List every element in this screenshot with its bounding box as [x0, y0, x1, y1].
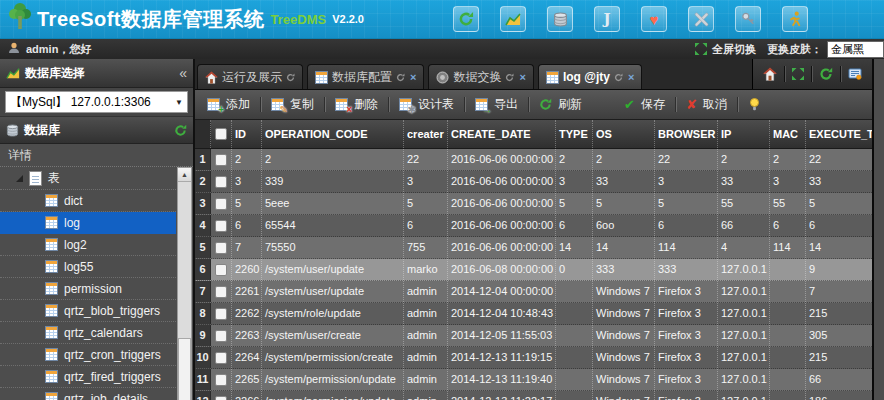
detail-label[interactable]: 详情 [0, 144, 193, 167]
tab-数据库配置[interactable]: 数据库配置 × [307, 64, 424, 89]
cell-exec: 22 [806, 149, 872, 170]
row-checkbox-cell [211, 347, 232, 368]
select-all-checkbox[interactable] [215, 128, 227, 140]
row-checkbox[interactable] [215, 220, 227, 232]
tab-数据交换[interactable]: 数据交换 × [428, 64, 533, 89]
column-header-ID[interactable]: ID [232, 120, 262, 148]
tab-运行及展示[interactable]: 运行及展示 [197, 64, 303, 89]
column-header-OS[interactable]: OS [593, 120, 655, 148]
database-button[interactable] [547, 6, 573, 32]
user-run-button[interactable] [782, 6, 808, 32]
tab-refresh-icon[interactable] [614, 73, 623, 82]
column-header-IP[interactable]: IP [718, 120, 770, 148]
table-row[interactable]: 102264/system/permission/createadmin2014… [195, 347, 872, 369]
cell-date: 2014-12-04 00:00:00 [448, 281, 556, 302]
column-header-MAC[interactable]: MAC [770, 120, 806, 148]
row-checkbox[interactable] [215, 396, 227, 400]
bulb-icon [748, 98, 761, 111]
row-checkbox[interactable] [215, 154, 227, 166]
copy-button[interactable]: ✎复制 [263, 90, 322, 119]
sidebar-table-item[interactable]: dict [0, 190, 176, 212]
column-header-BROWSER[interactable]: BROWSER [655, 120, 718, 148]
sidebar-table-item[interactable]: permission [0, 278, 176, 300]
table-row[interactable]: 62260/system/user/updatemarko2016-06-08 … [195, 259, 872, 281]
cancel-button[interactable]: ✘取消 [678, 90, 735, 119]
row-checkbox[interactable] [215, 308, 227, 320]
right-scroll-strip[interactable] [872, 59, 884, 400]
export-icon: → [475, 98, 488, 111]
row-checkbox[interactable] [215, 264, 227, 276]
chart-button[interactable] [500, 6, 526, 32]
sidebar-table-item[interactable]: qrtz_job_details [0, 388, 176, 400]
refresh-icon [174, 124, 187, 137]
app-window: TreeSoft数据库管理系统 TreeDMS V2.2.0 J♥ admin，… [0, 0, 884, 400]
sidebar-table-item[interactable]: qrtz_blob_triggers [0, 300, 176, 322]
refresh-button[interactable] [812, 59, 840, 89]
sidebar-table-item[interactable]: log [0, 212, 176, 234]
collapse-panel-button[interactable]: « [179, 65, 187, 81]
letter-j-button[interactable]: J [594, 6, 620, 32]
bulb-button[interactable] [740, 90, 769, 119]
row-checkbox[interactable] [215, 374, 227, 386]
table-row[interactable]: 92263/system/user/createadmin2014-12-05 … [195, 325, 872, 347]
tab-refresh-icon[interactable] [505, 73, 514, 82]
list-button[interactable] [841, 59, 869, 89]
key-button[interactable] [735, 6, 761, 32]
column-header-CREATE_DATE[interactable]: CREATE_DATE [448, 120, 556, 148]
home-button[interactable] [756, 59, 784, 89]
connection-select[interactable]: 【MySql】 127.0.0.1:3306 ▼ [5, 91, 188, 113]
design-button[interactable]: ✱设计表 [391, 90, 462, 119]
table-row[interactable]: 82262/system/role/updateadmin2014-12-04 … [195, 303, 872, 325]
column-header-creater[interactable]: creater [404, 120, 448, 148]
export-button[interactable]: →导出 [467, 90, 526, 119]
sidebar: 数据库选择 « 【MySql】 127.0.0.1:3306 ▼ 数据库 详情 [0, 59, 195, 400]
refresh-button[interactable]: 刷新 [531, 90, 590, 119]
tab-refresh-icon[interactable] [286, 73, 295, 82]
sidebar-scrollbar[interactable]: ▲ [177, 167, 192, 400]
scroll-up-button[interactable]: ▲ [178, 168, 191, 182]
table-row[interactable]: 72261/system/user/updateadmin2014-12-04 … [195, 281, 872, 303]
sidebar-table-item[interactable]: log2 [0, 234, 176, 256]
tab-close-icon[interactable]: × [519, 71, 525, 83]
column-header-EXECUTE_TIM[interactable]: EXECUTE_TIM [806, 120, 872, 148]
database-icon [6, 124, 19, 137]
sidebar-table-item[interactable]: qrtz_fired_triggers [0, 366, 176, 388]
table-row[interactable]: 122222016-06-06 00:00:0022222222 [195, 149, 872, 171]
refresh-tree-button[interactable] [174, 124, 187, 137]
row-checkbox[interactable] [215, 198, 227, 210]
cell-ip: 127.0.0.1 [718, 391, 770, 400]
row-checkbox[interactable] [215, 352, 227, 364]
fullscreen-button[interactable] [785, 59, 811, 89]
row-checkbox[interactable] [215, 286, 227, 298]
table-row[interactable]: 112265/system/permission/updateadmin2014… [195, 369, 872, 391]
table-row[interactable]: 2333932016-06-06 00:00:00333333333 [195, 171, 872, 193]
tab-refresh-icon[interactable] [396, 73, 405, 82]
tab-log @jty[interactable]: log @jty × [538, 64, 642, 89]
sidebar-table-item[interactable]: log55 [0, 256, 176, 278]
skin-select[interactable]: 金属黑 [827, 41, 884, 58]
cell-code: 2 [262, 149, 404, 170]
heart-button[interactable]: ♥ [641, 6, 667, 32]
tab-close-icon[interactable]: × [628, 71, 634, 83]
tools-button[interactable] [688, 6, 714, 32]
delete-button[interactable]: ×删除 [327, 90, 386, 119]
table-row[interactable]: 122266/system/permission/updateadmin2014… [195, 391, 872, 400]
row-checkbox[interactable] [215, 242, 227, 254]
tree-expander-icon[interactable] [16, 175, 23, 182]
table-row[interactable]: 466554462016-06-06 00:00:0066oo66666 [195, 215, 872, 237]
row-checkbox[interactable] [215, 176, 227, 188]
tree-node-tables[interactable]: 表 [0, 167, 176, 190]
refresh-button[interactable] [453, 6, 479, 32]
sidebar-table-item[interactable]: qrtz_cron_triggers [0, 344, 176, 366]
add-button[interactable]: +添加 [199, 90, 258, 119]
column-header-TYPE[interactable]: TYPE [556, 120, 593, 148]
scroll-thumb[interactable] [178, 338, 191, 400]
sidebar-table-item[interactable]: qrtz_calendars [0, 322, 176, 344]
table-row[interactable]: 355eee52016-06-06 00:00:0055555555 [195, 193, 872, 215]
tab-close-icon[interactable]: × [410, 71, 416, 83]
save-button[interactable]: ✔保存 [616, 90, 673, 119]
table-row[interactable]: 57755507552016-06-06 00:00:0014141144114… [195, 237, 872, 259]
fullscreen-toggle[interactable]: 全屏切换 [712, 42, 756, 57]
row-checkbox[interactable] [215, 330, 227, 342]
column-header-OPERATION_CODE[interactable]: OPERATION_CODE [262, 120, 404, 148]
